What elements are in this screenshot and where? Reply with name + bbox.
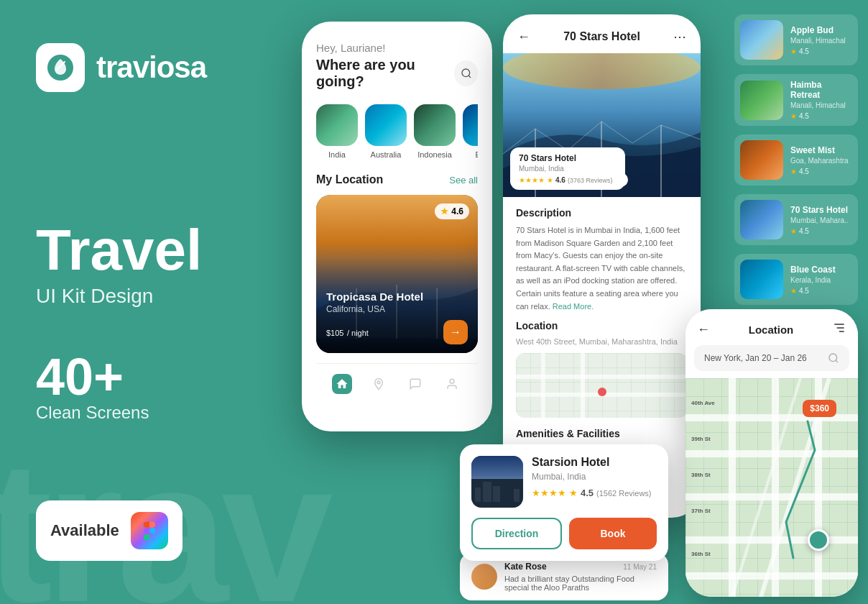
dest-indonesia[interactable]: Indonesia [414,104,456,159]
featured-card[interactable]: ★ 4.6 Tropicasa De Hotel California, USA… [316,195,478,353]
reviewer-avatar [471,564,497,590]
screens-label: Clean Screens [36,403,206,423]
nav-profile[interactable] [442,374,462,394]
svg-point-20 [829,354,837,362]
phone-home-screen: Hey, Lauriane! Where are you going? Indi… [302,22,492,431]
svg-point-1 [462,69,470,77]
available-text: Available [50,521,119,540]
hotel-description: 70 Stars Hotel is in Mumbai in India, 1,… [516,224,688,313]
direction-button[interactable]: Direction [471,518,562,549]
phone-hotel-screen: ← 70 Stars Hotel ⋯ 70 Stars Hotel [503,14,701,518]
svg-point-7 [450,379,454,383]
mini-card-sweet-mist[interactable]: Sweet Mist Goa, Maharashtra ★ 4.5 [734,134,858,186]
svg-line-21 [836,360,838,362]
logo-icon [36,43,85,92]
nav-location[interactable] [369,374,389,394]
phone-location-screen: ← Location New York, Jan 20 – Jan 26 [685,309,858,597]
svg-line-16 [661,125,701,139]
location-filter-btn[interactable] [832,321,846,338]
available-badge: Available [36,500,183,561]
screens-count: 40+ [36,351,206,403]
nav-messages[interactable] [405,374,425,394]
see-all-link[interactable]: See all [449,175,478,186]
right-panel: Apple Bud Manali, Himachal ★ 4.5 Haimba … [724,0,868,309]
book-button[interactable]: Book [569,518,657,549]
svg-point-6 [377,381,380,384]
nav-home[interactable] [332,374,352,394]
hotel-map[interactable] [516,353,688,418]
branding-section: traviosa Travel UI Kit Design 40+ Clean … [36,43,206,423]
tagline-sub: UI Kit Design [36,285,206,308]
home-title: Where are you going? [316,57,478,90]
hotel-arrow-btn[interactable]: → [443,320,468,344]
dest-euro[interactable]: Euro [463,104,478,159]
my-location-header: My Location See all [316,173,478,186]
hotel-info-card: 70 Stars Hotel Mumbai, India ★★★★ ★ 4.6 … [510,147,625,190]
featured-rating: ★ 4.6 [435,203,469,219]
tagline-travel: Travel [36,221,206,279]
popup-hotel-card: Starsion Hotel Mumbai, India ★★★★ ★ 4.5 … [460,444,668,561]
svg-line-15 [632,125,661,143]
hotel-hero: 70 Stars Hotel Mumbai, India ★★★★ ★ 4.6 … [503,53,701,197]
bottom-nav [316,363,478,401]
hotel-back-btn[interactable]: ← [517,29,530,45]
dest-australia[interactable]: Australia [365,104,407,159]
location-header: ← Location [685,309,858,345]
featured-info: Tropicasa De Hotel California, USA $105 … [326,290,468,344]
search-button[interactable] [454,60,478,86]
brand-name: traviosa [96,50,206,85]
svg-line-14 [601,122,632,143]
mini-card-blue-coast[interactable]: Blue Coast Kerala, India ★ 4.5 [734,254,858,305]
svg-line-2 [468,76,471,78]
mini-card-apple-bud[interactable]: Apple Bud Manali, Himachal ★ 4.5 [734,14,858,65]
read-more-link[interactable]: Read More. [553,302,594,311]
hotel-more-btn[interactable]: ⋯ [673,29,686,45]
popup-buttons: Direction Book [471,518,657,549]
location-search-bar[interactable]: New York, Jan 20 – Jan 26 [694,345,849,371]
logo-container: traviosa [36,43,206,92]
figma-icon [131,512,168,549]
mini-card-haimba[interactable]: Haimba Retreat Manali, Himachal ★ 4.5 [734,74,858,126]
hotel-header: ← 70 Stars Hotel ⋯ [503,14,701,53]
mini-card-70stars[interactable]: 70 Stars Hotel Mumbai, Mahara.. ★ 4.5 [734,194,858,245]
location-map[interactable]: 40th Ave 39th St 38th St 37th St 36th St… [685,378,858,597]
location-back-btn[interactable]: ← [697,322,710,337]
popup-hotel-image [471,456,523,508]
home-greeting: Hey, Lauriane! [316,42,478,54]
destinations-row: India Australia Indonesia Euro [316,104,478,159]
dest-india[interactable]: India [316,104,358,159]
hotel-hero-rating: ★★★★ ★ 4.6 (3763 Reviews) [519,176,617,184]
popup-rating: ★★★★ ★ 4.5 (1562 Reviews) [532,488,657,498]
